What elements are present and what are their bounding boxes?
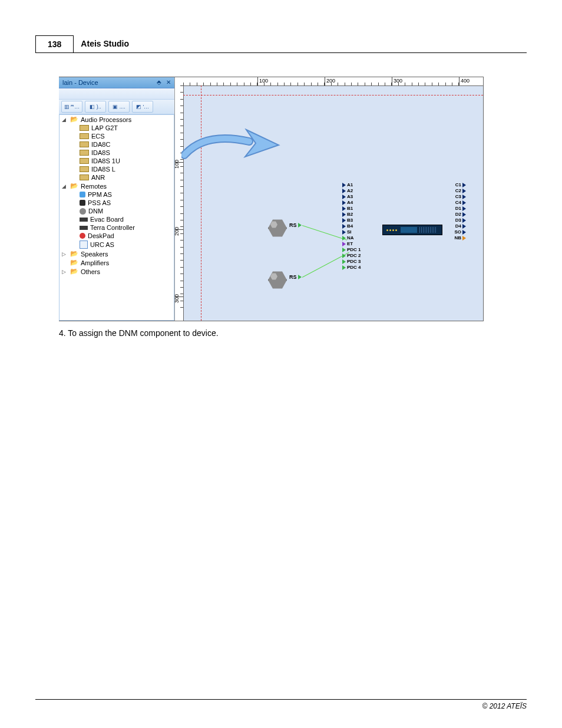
port-triangle-icon <box>462 183 466 187</box>
tree-item[interactable]: Terra Controller <box>90 224 135 231</box>
port-triangle-icon <box>462 212 466 217</box>
dnm-component-1[interactable]: RS <box>268 216 294 239</box>
tree-group-amplifiers[interactable]: Amplifiers <box>81 259 109 266</box>
port-triangle-icon <box>342 224 346 229</box>
port-triangle-icon <box>462 200 466 205</box>
port-label: B2 <box>347 212 353 217</box>
device-icon <box>80 150 89 156</box>
port-label: A3 <box>347 194 353 199</box>
port-label-rs: RS <box>289 222 297 228</box>
toolbar-btn-2[interactable]: ◧ ).. <box>85 101 106 113</box>
guide-line-v <box>201 85 201 321</box>
port-label: NB <box>454 235 461 241</box>
tree-item[interactable]: URC AS <box>90 241 114 248</box>
port-label: D1 <box>455 206 461 211</box>
port-label: C4 <box>455 200 461 205</box>
folder-icon: 📂 <box>70 268 78 275</box>
tree-item[interactable]: DNM <box>88 207 103 215</box>
guide-line-h <box>183 95 483 95</box>
urc-icon <box>80 241 88 249</box>
tree-item[interactable]: ANR <box>91 174 105 181</box>
tree-group-audio[interactable]: Audio Processors <box>81 116 131 123</box>
port-triangle-icon <box>342 195 346 199</box>
toolbar-btn-4[interactable]: ◩ '… <box>132 101 153 113</box>
hex-icon <box>268 219 287 238</box>
port-label: B1 <box>347 206 353 211</box>
port-label: SI <box>347 229 352 235</box>
port-label: PDC 4 <box>347 265 361 270</box>
tree-item[interactable]: PPM AS <box>88 191 112 198</box>
port-label: D4 <box>455 223 461 229</box>
port-triangle-icon <box>462 236 466 241</box>
port-triangle-icon <box>462 195 466 199</box>
dnm-icon <box>80 208 86 215</box>
page-footer: © 2012 ATEÏS <box>35 699 527 710</box>
figure-caption: 4. To assign the DNM component to device… <box>59 328 527 338</box>
panel-title-text: lain - Device <box>62 77 98 88</box>
controller-icon <box>80 226 88 230</box>
port-label: B4 <box>347 223 353 229</box>
port-triangle-icon <box>462 206 466 211</box>
tree-item[interactable]: DeskPad <box>88 232 114 239</box>
port-label: C1 <box>455 182 461 187</box>
page-title: Ateis Studio <box>74 35 136 52</box>
port-label: D3 <box>455 218 461 223</box>
port-label: C3 <box>455 194 461 199</box>
tree-item[interactable]: IDA8S 1U <box>91 157 120 164</box>
port-triangle-icon <box>342 230 346 235</box>
close-icon[interactable]: ✕ <box>166 77 171 88</box>
port-label: C2 <box>455 188 461 193</box>
port-triangle-icon <box>342 236 346 241</box>
panel-titlebar: lain - Device ⬘ ✕ <box>59 77 174 88</box>
tree-item[interactable]: ECS <box>91 133 105 140</box>
port-triangle-icon <box>342 248 346 252</box>
tree-item[interactable]: IDA8C <box>91 141 110 148</box>
tree-item[interactable]: Evac Board <box>90 216 124 223</box>
panel-toolbar: ▥ ᵐ… ◧ ).. ▣ .... ◩ '… <box>59 100 174 114</box>
port-triangle-icon <box>342 242 346 246</box>
port-label: SO <box>454 229 461 235</box>
tree-group-remotes[interactable]: Remotes <box>81 183 107 190</box>
hex-icon <box>268 271 287 289</box>
port-triangle-icon <box>462 189 466 193</box>
port-triangle-icon <box>342 189 346 193</box>
port-label: B3 <box>347 218 353 223</box>
port-triangle-icon <box>342 206 346 211</box>
folder-icon: 📂 <box>70 259 78 266</box>
port-label: ET <box>347 241 353 246</box>
tree-group-speakers[interactable]: Speakers <box>81 251 108 258</box>
ppm-icon <box>80 192 85 197</box>
port-label: PDC 1 <box>347 247 361 252</box>
port-label: NA <box>347 235 354 241</box>
port-label-rs: RS <box>289 274 297 280</box>
port-triangle-icon <box>462 224 466 229</box>
port-label: A2 <box>347 188 353 193</box>
ruler-corner <box>175 77 184 86</box>
tree-item[interactable]: PSS AS <box>88 199 111 206</box>
device-icon <box>80 133 89 139</box>
tree-group-others[interactable]: Others <box>81 268 100 275</box>
device-icon <box>80 174 89 180</box>
port-triangle-icon <box>342 218 346 223</box>
tree-item[interactable]: IDA8S <box>91 149 110 156</box>
main-device-block[interactable]: A1 A2 A3 A4 B1 B2 B3 B4 SI NA ET PDC 1 P… <box>342 182 466 281</box>
toolbar-btn-3[interactable]: ▣ .... <box>108 101 130 113</box>
pin-icon[interactable]: ⬘ <box>157 77 161 88</box>
toolbar-btn-1[interactable]: ▥ ᵐ… <box>61 101 82 113</box>
design-canvas[interactable]: 100 200 300 400 100 200 300 RS <box>175 77 483 321</box>
tree-item[interactable]: IDA8S L <box>91 166 115 173</box>
panel-search-strip[interactable] <box>59 88 174 100</box>
folder-icon: 📂 <box>70 250 78 258</box>
device-icon <box>80 125 89 131</box>
port-label: PDC 3 <box>347 259 361 264</box>
side-panel: lain - Device ⬘ ✕ ▥ ᵐ… ◧ ).. ▣ .... ◩ '… <box>59 77 175 321</box>
board-icon <box>80 218 88 222</box>
port-triangle-icon <box>342 253 346 258</box>
device-icon <box>80 158 89 164</box>
dnm-component-2[interactable]: RS <box>268 268 294 291</box>
folder-icon: 📂 <box>70 116 78 123</box>
page-number: 138 <box>35 35 74 52</box>
tree-item[interactable]: LAP G2T <box>91 124 118 131</box>
port-triangle-icon <box>342 200 346 205</box>
device-tree[interactable]: ◢📂Audio Processors LAP G2T ECS IDA8C IDA… <box>59 114 174 321</box>
